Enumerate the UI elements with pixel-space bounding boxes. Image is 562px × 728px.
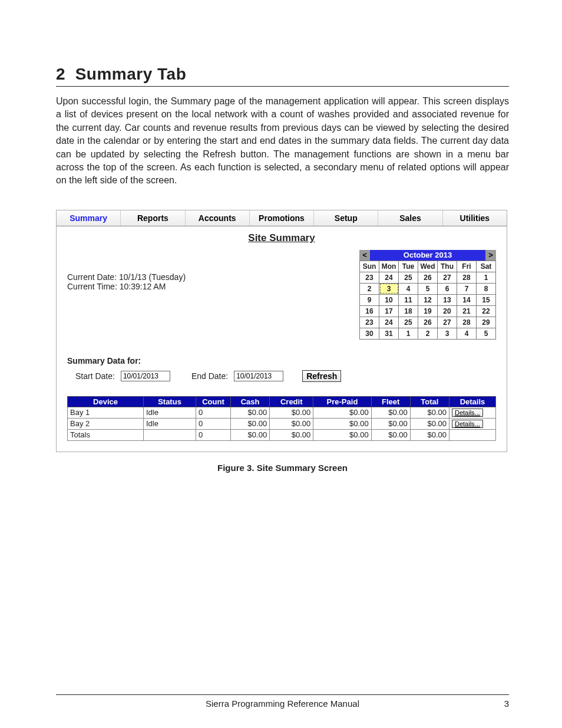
summary-data-for-label: Summary Data for: [67,356,496,365]
calendar-day[interactable]: 10 [379,294,399,305]
details-button[interactable]: Details... [452,409,483,417]
cell-total: $0.00 [410,418,449,429]
calendar-day[interactable]: 26 [418,317,438,328]
calendar-day[interactable]: 3 [379,283,399,294]
cell-total: $0.00 [410,407,449,418]
calendar-day[interactable]: 17 [379,305,399,317]
menu-sales[interactable]: Sales [378,210,442,226]
calendar-day[interactable]: 23 [360,272,379,283]
calendar-day[interactable]: 3 [438,328,457,339]
end-date-input[interactable] [234,371,283,381]
current-time-value: 10:39:12 AM [120,282,166,291]
cell-fleet: $0.00 [371,418,410,429]
calendar-day[interactable]: 24 [379,317,399,328]
calendar-day[interactable]: 28 [457,272,477,283]
th-status: Status [144,396,196,407]
cell-cash: $0.00 [231,429,270,440]
calendar-day[interactable]: 1 [399,328,418,339]
calendar-day[interactable]: 26 [418,272,438,283]
table-row: Totals0$0.00$0.00$0.00$0.00$0.00 [68,429,496,440]
th-prepaid: Pre-Paid [313,396,371,407]
cell-count: 0 [196,429,231,440]
calendar-day[interactable]: 13 [438,294,457,305]
cal-weekday: Tue [399,261,418,272]
calendar-day[interactable]: 16 [360,305,379,317]
cell-prepaid: $0.00 [313,407,371,418]
cal-weekday: Thu [438,261,457,272]
menu-accounts[interactable]: Accounts [186,210,250,226]
cell-device: Totals [68,429,144,440]
menu-setup[interactable]: Setup [314,210,378,226]
current-date-label: Current Date: [67,272,117,282]
calendar-day[interactable]: 27 [438,317,457,328]
cell-credit: $0.00 [270,429,313,440]
calendar-day[interactable]: 2 [360,283,379,294]
menu-utilities[interactable]: Utilities [443,210,507,226]
calendar-day[interactable]: 1 [477,272,496,283]
refresh-button[interactable]: Refresh [302,370,341,382]
cal-weekday: Fri [457,261,477,272]
site-summary-app: Summary Reports Accounts Promotions Setu… [56,210,507,452]
calendar-day[interactable]: 19 [418,305,438,317]
calendar-day[interactable]: 28 [457,317,477,328]
cell-prepaid: $0.00 [313,429,371,440]
calendar-day[interactable]: 12 [418,294,438,305]
calendar-day[interactable]: 22 [477,305,496,317]
footer-page-number: 3 [504,699,509,709]
calendar-day[interactable]: 11 [399,294,418,305]
calendar-day[interactable]: 29 [477,317,496,328]
calendar-day[interactable]: 2 [418,328,438,339]
calendar-table: Sun Mon Tue Wed Thu Fri Sat 232425262728… [359,261,496,340]
cal-weekday: Sat [477,261,496,272]
heading-text: Summary Tab [75,65,187,83]
menu-summary[interactable]: Summary [57,210,121,226]
calendar-day[interactable]: 5 [477,328,496,339]
calendar-day[interactable]: 23 [360,317,379,328]
body-paragraph: Upon successful login, the Summary page … [56,95,509,187]
page-footer: Sierra Programming Reference Manual 3 [56,694,509,699]
calendar-day[interactable]: 21 [457,305,477,317]
cell-total: $0.00 [410,429,449,440]
calendar-day[interactable]: 14 [457,294,477,305]
calendar-day[interactable]: 25 [399,317,418,328]
start-date-label: Start Date: [75,371,115,381]
calendar-day[interactable]: 9 [360,294,379,305]
calendar-prev-button[interactable]: < [359,250,370,261]
calendar-day[interactable]: 18 [399,305,418,317]
cell-details [449,429,496,440]
calendar-day[interactable]: 25 [399,272,418,283]
calendar-day[interactable]: 15 [477,294,496,305]
calendar-day[interactable]: 30 [360,328,379,339]
summary-data-table: Device Status Count Cash Credit Pre-Paid… [67,396,496,441]
footer-center-text: Sierra Programming Reference Manual [56,699,509,709]
calendar-day[interactable]: 20 [438,305,457,317]
calendar-day[interactable]: 27 [438,272,457,283]
th-fleet: Fleet [371,396,410,407]
calendar-day[interactable]: 24 [379,272,399,283]
cell-count: 0 [196,418,231,429]
th-credit: Credit [270,396,313,407]
section-heading: 2 Summary Tab [56,65,509,87]
cell-details: Details... [449,418,496,429]
cell-status: Idle [144,407,196,418]
calendar-day[interactable]: 4 [457,328,477,339]
cell-cash: $0.00 [231,418,270,429]
cell-details: Details... [449,407,496,418]
calendar-day[interactable]: 6 [438,283,457,294]
table-row: Bay 2Idle0$0.00$0.00$0.00$0.00$0.00Detai… [68,418,496,429]
calendar-day[interactable]: 4 [399,283,418,294]
cell-status: Idle [144,418,196,429]
calendar-day[interactable]: 7 [457,283,477,294]
cal-weekday: Sun [360,261,379,272]
th-count: Count [196,396,231,407]
calendar-next-button[interactable]: > [485,250,496,261]
details-button[interactable]: Details... [452,420,483,428]
cell-fleet: $0.00 [371,429,410,440]
table-row: Bay 1Idle0$0.00$0.00$0.00$0.00$0.00Detai… [68,407,496,418]
calendar-day[interactable]: 5 [418,283,438,294]
calendar-day[interactable]: 31 [379,328,399,339]
calendar-day[interactable]: 8 [477,283,496,294]
start-date-input[interactable] [121,371,170,381]
menu-reports[interactable]: Reports [121,210,185,226]
menu-promotions[interactable]: Promotions [250,210,314,226]
